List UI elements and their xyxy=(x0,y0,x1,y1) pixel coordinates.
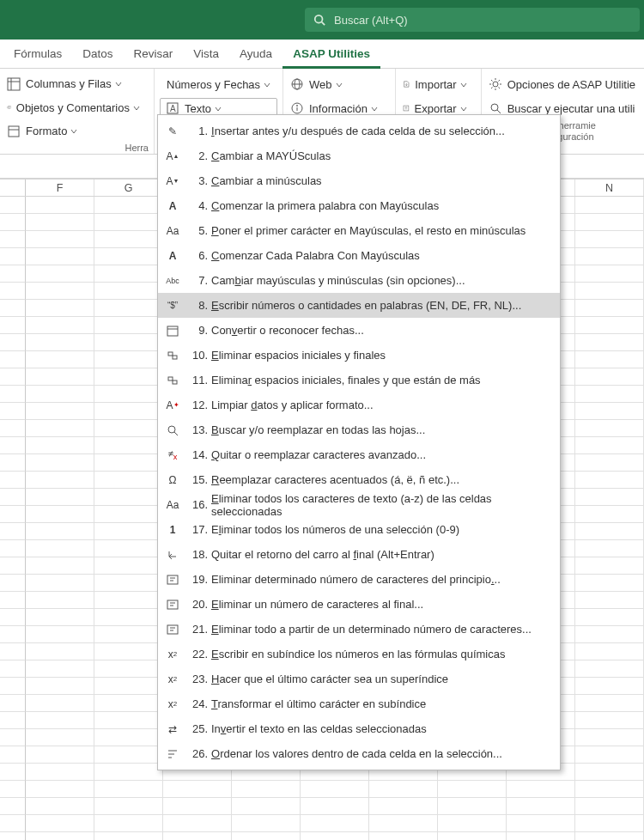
menu-item-23[interactable]: x223.Hacer que el último carácter sea un… xyxy=(158,667,560,691)
btn-importar[interactable]: Importar xyxy=(398,72,479,96)
svg-rect-38 xyxy=(167,625,178,634)
menu-item-label: Buscar y/o reemplazar en todas las hojas… xyxy=(211,423,551,436)
menu-item-number: 23. xyxy=(189,673,208,685)
menu-item-label: Eliminar todo a partir de un determinado… xyxy=(211,623,551,636)
menu-item-label: Comenzar Cada Palabra Con Mayúsculas xyxy=(211,249,551,262)
menu-item-number: 6. xyxy=(189,249,208,262)
menu-item-label: Cambiar a MAYÚSculas xyxy=(211,149,551,162)
menu-item-label: Reemplazar caracteres acentuados (á, ë, … xyxy=(211,473,551,486)
menu-item-18[interactable]: 18.Quitar el retorno del carro al final … xyxy=(158,542,560,567)
menu-item-6[interactable]: A6.Comenzar Cada Palabra Con Mayúsculas xyxy=(158,243,560,268)
btn-label: Objetos y Comentarios xyxy=(16,101,130,114)
menu-item-10[interactable]: 10.Eliminar espacios iniciales y finales xyxy=(158,343,560,368)
menu-item-8[interactable]: “$”8.Escribir números o cantidades en pa… xyxy=(158,293,560,318)
menu-item-15[interactable]: Ω15.Reemplazar caracteres acentuados (á,… xyxy=(158,467,560,492)
menu-item-label: Transformar el último carácter en subínd… xyxy=(211,697,551,710)
svg-rect-28 xyxy=(168,377,173,380)
menu-item-icon xyxy=(165,622,180,637)
svg-rect-32 xyxy=(167,575,178,584)
svg-line-1 xyxy=(322,22,325,26)
menu-item-1[interactable]: ✎1.Insertar antes y/u después de cada ce… xyxy=(158,119,560,143)
menu-item-number: 8. xyxy=(189,299,208,312)
btn-columnas-filas[interactable]: Columnas y Filas xyxy=(2,72,152,95)
title-bar: Buscar (Alt+Q) xyxy=(0,0,644,40)
menu-item-19[interactable]: 19.Eliminar determinado número de caract… xyxy=(158,567,560,592)
menu-item-13[interactable]: 13.Buscar y/o reemplazar en todas las ho… xyxy=(158,417,560,442)
col-header[interactable]: N xyxy=(575,180,644,196)
web-icon xyxy=(290,77,304,91)
btn-label: Columnas y Filas xyxy=(26,77,112,90)
select-all-corner[interactable] xyxy=(0,180,26,196)
svg-point-21 xyxy=(493,82,498,87)
menu-item-21[interactable]: 21.Eliminar todo a partir de un determin… xyxy=(158,617,560,642)
btn-numeros-fechas[interactable]: Números y Fechas xyxy=(156,72,281,96)
menu-item-9[interactable]: 9.Convertir o reconocer fechas... xyxy=(158,318,560,343)
menu-item-number: 2. xyxy=(189,149,208,162)
menu-item-20[interactable]: 20.Eliminar un número de caracteres al f… xyxy=(158,592,560,617)
tab-ayuda[interactable]: Ayuda xyxy=(229,40,283,69)
svg-rect-29 xyxy=(173,380,177,384)
tab-datos[interactable]: Datos xyxy=(72,40,123,69)
menu-item-label: Eliminar un número de caracteres al fina… xyxy=(211,598,551,611)
menu-item-number: 7. xyxy=(189,274,208,287)
menu-item-5[interactable]: Aa5.Poner el primer carácter en Mayúscul… xyxy=(158,218,560,243)
menu-item-16[interactable]: Aa16.Eliminar todos los caracteres de te… xyxy=(158,492,560,517)
menu-item-icon xyxy=(165,572,180,587)
tab-asap-utilities[interactable]: ASAP Utilities xyxy=(283,40,380,69)
menu-item-number: 1. xyxy=(189,125,208,137)
menu-item-label: Eliminar todos los números de una selecc… xyxy=(211,523,551,536)
menu-item-number: 11. xyxy=(189,374,208,387)
col-header[interactable]: F xyxy=(26,180,94,196)
menu-item-icon: ✎ xyxy=(165,124,180,139)
chevron-down-icon xyxy=(460,78,472,91)
search-icon xyxy=(313,14,325,26)
menu-item-7[interactable]: Abc7.Cambiar mayúsculas y minúsculas (si… xyxy=(158,268,560,293)
menu-item-label: Cambiar mayúsculas y minúsculas (sin opc… xyxy=(211,274,551,287)
menu-item-number: 5. xyxy=(189,224,208,237)
btn-opciones-asap[interactable]: Opciones de ASAP Utilitie xyxy=(483,72,642,96)
svg-rect-2 xyxy=(8,78,20,90)
chevron-down-icon xyxy=(215,102,227,115)
menu-item-3[interactable]: A▼3.Cambiar a minúsculas xyxy=(158,168,560,193)
svg-rect-35 xyxy=(167,600,178,609)
btn-label: Opciones de ASAP Utilitie xyxy=(507,78,635,91)
search-box[interactable]: Buscar (Alt+Q) xyxy=(305,8,640,32)
svg-rect-24 xyxy=(167,326,178,336)
tab-formulas[interactable]: Fórmulas xyxy=(3,40,72,69)
tab-vista[interactable]: Vista xyxy=(183,40,229,69)
menu-item-22[interactable]: x222.Escribir en subíndice los números e… xyxy=(158,642,560,667)
menu-item-11[interactable]: 11.Eliminar espacios iniciales, finales … xyxy=(158,368,560,393)
svg-text:A: A xyxy=(170,104,176,113)
menu-item-17[interactable]: 117.Eliminar todos los números de una se… xyxy=(158,517,560,542)
menu-item-label: Quitar el retorno del carro al final (Al… xyxy=(211,548,551,561)
col-header[interactable]: G xyxy=(94,180,163,196)
search-icon xyxy=(489,101,502,115)
svg-point-5 xyxy=(7,107,9,108)
btn-label: Números y Fechas xyxy=(167,78,260,91)
menu-item-label: Convertir o reconocer fechas... xyxy=(211,324,551,337)
export-icon xyxy=(403,101,410,115)
btn-web[interactable]: Web xyxy=(285,72,393,96)
btn-label: Exportar xyxy=(415,102,457,115)
menu-item-number: 24. xyxy=(189,697,208,710)
menu-item-icon: ⇄ xyxy=(165,721,180,737)
chevron-down-icon xyxy=(371,102,383,115)
menu-item-icon: 1 xyxy=(165,522,180,538)
btn-objetos-comentarios[interactable]: Objetos y Comentarios xyxy=(2,95,152,119)
menu-item-4[interactable]: A4.Comenzar la primera palabra con Mayús… xyxy=(158,193,560,218)
menu-item-2[interactable]: A▲2.Cambiar a MAYÚSculas xyxy=(158,143,560,168)
menu-item-icon: Abc xyxy=(165,273,180,289)
chevron-down-icon xyxy=(336,78,348,91)
menu-item-14[interactable]: ≠x14.Quitar o reemplazar caracteres avan… xyxy=(158,442,560,467)
menu-item-icon xyxy=(165,423,180,438)
menu-item-26[interactable]: 26.Ordenar los valores dentro de cada ce… xyxy=(158,741,560,766)
menu-item-24[interactable]: x224.Transformar el último carácter en s… xyxy=(158,691,560,716)
menu-item-number: 13. xyxy=(189,423,208,436)
menu-item-25[interactable]: ⇄25.Invertir el texto en las celdas sele… xyxy=(158,716,560,741)
menu-item-12[interactable]: A✦12.Limpiar datos y aplicar formato... xyxy=(158,393,560,417)
tab-revisar[interactable]: Revisar xyxy=(124,40,184,69)
btn-formato[interactable]: Formato xyxy=(2,119,152,143)
menu-item-label: Escribir números o cantidades en palabra… xyxy=(211,299,551,312)
menu-item-number: 22. xyxy=(189,648,208,660)
btn-label: Buscar y ejecutar una utili xyxy=(507,102,635,115)
